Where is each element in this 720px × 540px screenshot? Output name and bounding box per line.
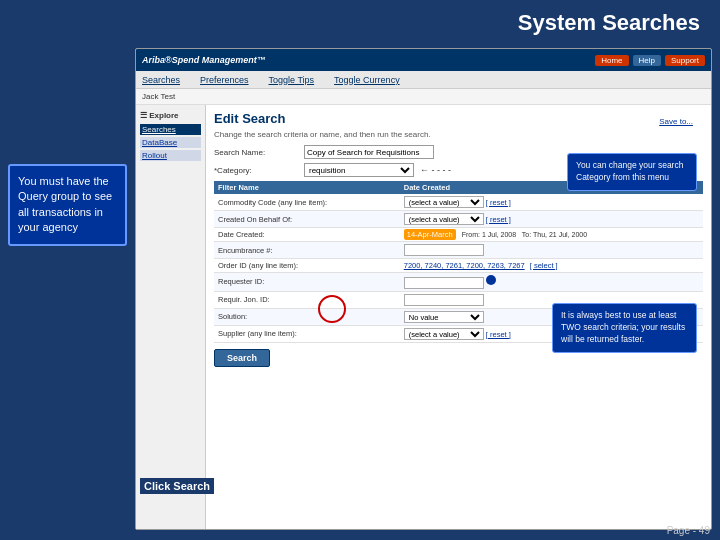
callout-category: You can change your search Category from… [567,153,697,191]
edit-search-subtitle: Change the search criteria or name, and … [214,130,703,139]
support-button[interactable]: Support [665,55,705,66]
app-userbar: Jack Test [136,89,711,105]
edit-search-title: Edit Search [214,111,703,126]
table-row: Encumbrance #: [214,242,703,259]
app-logo: Ariba®Spend Management™ [142,55,266,65]
requir-jon-input[interactable] [404,294,484,306]
nav-toggle-tips[interactable]: Toggle Tips [269,75,315,85]
left-note-panel: You must have the Query group to see all… [0,44,135,534]
commodity-select[interactable]: (select a value) [404,196,484,208]
requester-id-input[interactable] [404,277,484,289]
click-search-label: Click Search [140,478,214,494]
supplier-reset[interactable]: [ reset ] [486,330,511,339]
page-title: System Searches [518,10,700,35]
app-navbar: Searches Preferences Toggle Tips Toggle … [136,71,711,89]
save-link[interactable]: Save to... [659,117,693,126]
nav-searches[interactable]: Searches [142,75,180,85]
topbar-buttons: Home Help Support [595,55,705,66]
sidebar-item-searches[interactable]: Searches [140,124,201,135]
main-area: You must have the Query group to see all… [0,44,720,534]
order-id-links[interactable]: 7200, 7240, 7261, 7200, 7263, 7267 [404,261,525,270]
table-row: Requester ID: [214,273,703,292]
category-select[interactable]: requisition purchase order invoice [304,163,414,177]
sidebar-header: ☰ Explore [140,109,201,122]
order-id-select[interactable]: [ select ] [530,261,558,270]
commodity-reset[interactable]: [ reset ] [486,198,511,207]
table-row: Created On Behalf Of: (select a value) [… [214,211,703,228]
table-row: Commodity Code (any line item): (select … [214,194,703,211]
app-sidebar: ☰ Explore Searches DataBase Rollout [136,105,206,529]
page-header: System Searches [0,0,720,44]
app-window: Ariba®Spend Management™ Home Help Suppor… [135,48,712,530]
col-filter-name: Filter Name [214,181,400,194]
app-content: Edit Search Change the search criteria o… [206,105,711,529]
date-value: 14-Apr-March [404,229,456,240]
username: Jack Test [142,92,175,101]
search-btn-circle-highlight [318,295,346,323]
help-button[interactable]: Help [633,55,661,66]
solution-select[interactable]: No value [404,311,484,323]
encumbrance-input[interactable] [404,244,484,256]
search-name-label: Search Name: [214,148,304,157]
app-body: ☰ Explore Searches DataBase Rollout Edit… [136,105,711,529]
category-label: *Category: [214,166,304,175]
table-row: Order ID (any line item): 7200, 7240, 72… [214,259,703,273]
created-behalf-select[interactable]: (select a value) [404,213,484,225]
page-number: Page - 49 [667,525,710,536]
sidebar-item-rollout[interactable]: Rollout [140,150,201,161]
app-topbar: Ariba®Spend Management™ Home Help Suppor… [136,49,711,71]
nav-toggle-currency[interactable]: Toggle Currency [334,75,400,85]
blue-dot-1 [486,275,496,285]
nav-preferences[interactable]: Preferences [200,75,249,85]
search-button[interactable]: Search [214,349,270,367]
supplier-select[interactable]: (select a value) [404,328,484,340]
sidebar-item-database[interactable]: DataBase [140,137,201,148]
callout-bottom: It is always best to use at least TWO se… [552,303,697,353]
home-button[interactable]: Home [595,55,628,66]
arrow-indicator: ← - - - - [420,165,451,175]
query-group-note: You must have the Query group to see all… [8,164,127,246]
table-row: Date Created: 14-Apr-March From: 1 Jul, … [214,228,703,242]
search-name-input[interactable] [304,145,434,159]
behalf-reset[interactable]: [ reset ] [486,215,511,224]
